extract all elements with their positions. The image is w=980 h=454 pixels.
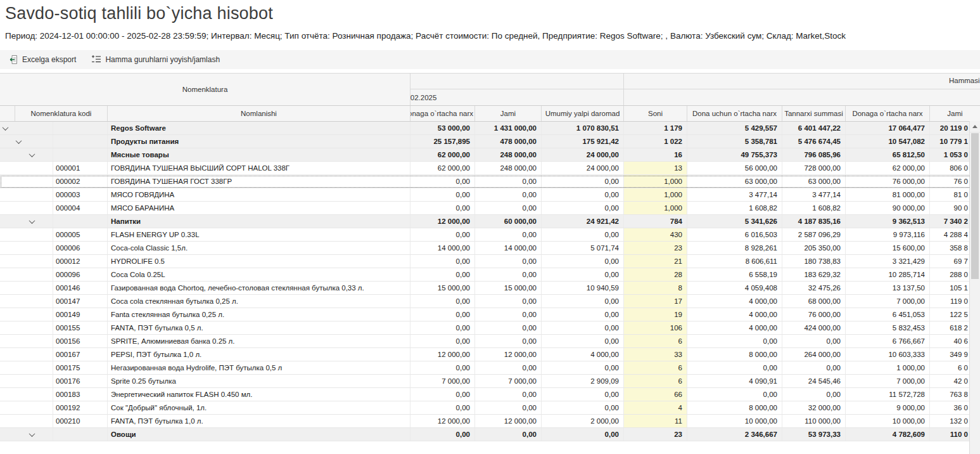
column-header-cost_total[interactable]: Tannarxi summasi — [782, 106, 846, 121]
item-row[interactable]: 000192Сок "Добрый" яблочный, 1л.0,000,00… — [0, 401, 980, 415]
column-header-avg_price_period[interactable]: Donaga o`rtacha narx — [410, 106, 475, 121]
band-period[interactable]: 01.02.2025 - 28.02.2025 — [410, 89, 624, 105]
row-indent — [0, 268, 53, 281]
row-indent — [0, 242, 53, 254]
row-indent — [0, 228, 53, 241]
item-row[interactable]: 000005FLASH ENERGY UP 0.33L0,000,000,004… — [0, 228, 980, 242]
item-row[interactable]: 000149Fanta стеклянная бутылка 0,25 л.0,… — [0, 308, 980, 321]
cell-cost_total: 53 973,33 — [782, 428, 846, 441]
item-row[interactable]: 000006Coca-cola Classic 1,5л.14 000,0014… — [0, 242, 980, 255]
cell-cost_total: 3 477,14 — [782, 188, 846, 201]
cell-unit_avg_price: 0,00 — [687, 335, 782, 347]
cell-avg_price_period: 0,00 — [410, 255, 475, 268]
column-header-code[interactable]: Nomenklatura kodi — [15, 106, 108, 121]
cell-avg_price_period: 0,00 — [410, 388, 475, 401]
item-row[interactable]: 000096Coca Cola 0.25L0,000,000,00286 558… — [0, 268, 980, 282]
cell-jami_period: 0,00 — [475, 308, 542, 321]
item-row[interactable]: 000183Энергетический напиток FLASH 0.450… — [0, 388, 980, 401]
cell-unit_avg_price: 8 928,261 — [687, 242, 782, 254]
excel-export-icon — [8, 55, 18, 65]
cell-gross_profit_period: 0,00 — [542, 268, 624, 281]
collapse-group-chevron-icon[interactable] — [3, 124, 9, 131]
cell-unit_avg_price: 0,00 — [687, 361, 782, 374]
item-row[interactable]: 000167PEPSI, ПЭТ бутылка 1,0 л.12 000,00… — [0, 348, 980, 361]
cell-code — [53, 215, 108, 228]
column-header-soni[interactable]: Soni — [624, 106, 687, 121]
excel-export-button[interactable]: Excelga eksport — [4, 53, 80, 67]
column-header-unit_avg_price[interactable]: Dona uchun o`rtacha narx — [687, 106, 782, 121]
column-header-jami_period[interactable]: Jami — [475, 106, 542, 121]
group-row[interactable]: Продукты питания25 157,895478 000,00175 … — [0, 135, 980, 148]
group-row[interactable]: Мясные товары62 000,00248 000,0024 000,0… — [0, 148, 980, 162]
cell-name: Sprite 0.25 бутылка — [108, 375, 410, 387]
cell-avg_price_total: 10 285,714 — [846, 268, 930, 281]
collapse-group-chevron-icon[interactable] — [29, 217, 35, 224]
item-row[interactable]: 000146Газированная вода Chortoq, лечебно… — [0, 282, 980, 295]
group-row[interactable]: Напитки12 000,0060 000,0024 921,427845 3… — [0, 215, 980, 228]
item-row[interactable]: 000002ГОВЯДИНА ТУШЕНАЯ ГОСТ 338ГР0,000,0… — [0, 175, 980, 188]
cell-cost_total: 0,00 — [782, 361, 846, 374]
cell-jami_period: 0,00 — [475, 361, 542, 374]
toggle-all-groups-button[interactable]: Hamma guruhlarni yoyish/jamlash — [87, 53, 224, 67]
cell-code: 000155 — [53, 321, 108, 334]
cell-cost_total: 110 000,00 — [782, 415, 846, 427]
column-header-jami_total[interactable]: Jami — [930, 106, 980, 121]
row-indent — [0, 135, 53, 148]
cell-avg_price_total: 90 000,00 — [846, 202, 930, 214]
item-row[interactable]: 000147Coca cola стеклянная бутылка 0,25 … — [0, 295, 980, 308]
group-row[interactable]: Овощи0,000,000,00232 346,66753 973,334 7… — [0, 428, 980, 441]
item-row[interactable]: 000004МЯСО БАРАНИНА0,000,000,001,0001 60… — [0, 202, 980, 215]
cell-gross_profit_period: 10 940,59 — [542, 282, 624, 294]
item-row[interactable]: 000155FANTA, ПЭТ бутылка 0,5 л.0,000,000… — [0, 321, 980, 335]
row-indent — [0, 162, 53, 174]
cell-gross_profit_period: 24 000,00 — [542, 162, 624, 174]
item-row[interactable]: 000175Негазированная вода Hydrolife, ПЭТ… — [0, 361, 980, 375]
cell-cost_total: 424 000,00 — [782, 321, 846, 334]
cell-cost_total: 32 475,26 — [782, 282, 846, 294]
item-row[interactable]: 000003МЯСО ГОВЯДИНА0,000,000,001,0003 47… — [0, 188, 980, 202]
cell-soni: 23 — [624, 242, 687, 254]
cell-avg_price_period: 0,00 — [410, 361, 475, 374]
item-row[interactable]: 000156SPRITE, Алюминиевая банка 0.25 л.0… — [0, 335, 980, 348]
band-total[interactable]: Hammasi — [624, 74, 980, 89]
vertical-scrollbar[interactable] — [969, 121, 980, 454]
column-header-avg_price_total[interactable]: Donaga o`rtacha narx — [846, 106, 930, 121]
item-row[interactable]: 000176Sprite 0.25 бутылка7 000,007 000,0… — [0, 375, 980, 388]
cell-unit_avg_price: 4 059,408 — [687, 282, 782, 294]
cell-soni: 1 179 — [624, 122, 687, 134]
cell-cost_total: 4 187 835,16 — [782, 215, 846, 228]
cell-jami_period: 0,00 — [475, 175, 542, 188]
cell-name: SPRITE, Алюминиевая банка 0.25 л. — [108, 335, 410, 347]
collapse-group-chevron-icon[interactable] — [16, 138, 22, 144]
scrollbar-thumb[interactable] — [971, 133, 979, 279]
cell-jami_period: 248 000,00 — [475, 148, 542, 161]
item-row[interactable]: 000012HYDROLIFE 0.50,000,000,00218 606,6… — [0, 255, 980, 268]
cell-jami_period: 60 000,00 — [475, 215, 542, 228]
cell-jami_period: 478 000,00 — [475, 135, 542, 148]
cell-gross_profit_period: 0,00 — [542, 255, 624, 268]
group-row[interactable]: Regos Software53 000,001 431 000,001 070… — [0, 122, 980, 135]
cell-name: FANTA, ПЭТ бутылка 1,0 л. — [108, 415, 410, 427]
cell-avg_price_total: 7 000,00 — [846, 295, 930, 308]
item-row[interactable]: 000001ГОВЯДИНА ТУШЕНАЯ ВЫСШИЙ СОРТ HALOL… — [0, 162, 980, 175]
cell-soni: 106 — [624, 321, 687, 334]
cell-soni: 23 — [624, 428, 687, 441]
column-header-name[interactable]: Nomlanishi — [108, 106, 410, 121]
cell-gross_profit_period: 0,00 — [542, 361, 624, 374]
expand-collapse-groups-icon — [91, 55, 101, 65]
cell-avg_price_period: 0,00 — [410, 175, 475, 188]
column-header-gross_profit_period[interactable]: Umumiy yalpi daromad — [542, 106, 624, 121]
band-nomenklatura[interactable]: Nomenklatura — [0, 74, 410, 105]
collapse-group-chevron-icon[interactable] — [29, 151, 35, 157]
cell-code: 000146 — [53, 282, 108, 294]
cell-soni: 4 — [624, 401, 687, 414]
collapse-group-chevron-icon[interactable] — [29, 431, 35, 437]
cell-code: 000149 — [53, 308, 108, 321]
cell-avg_price_period: 0,00 — [410, 188, 475, 201]
item-row[interactable]: 000210FANTA, ПЭТ бутылка 1,0 л.12 000,00… — [0, 415, 980, 428]
cell-soni: 784 — [624, 215, 687, 228]
cell-avg_price_total: 3 321,429 — [846, 255, 930, 268]
cell-gross_profit_period: 0,00 — [542, 428, 624, 441]
scroll-up-button[interactable] — [970, 121, 980, 133]
band-total-sub — [624, 89, 980, 105]
